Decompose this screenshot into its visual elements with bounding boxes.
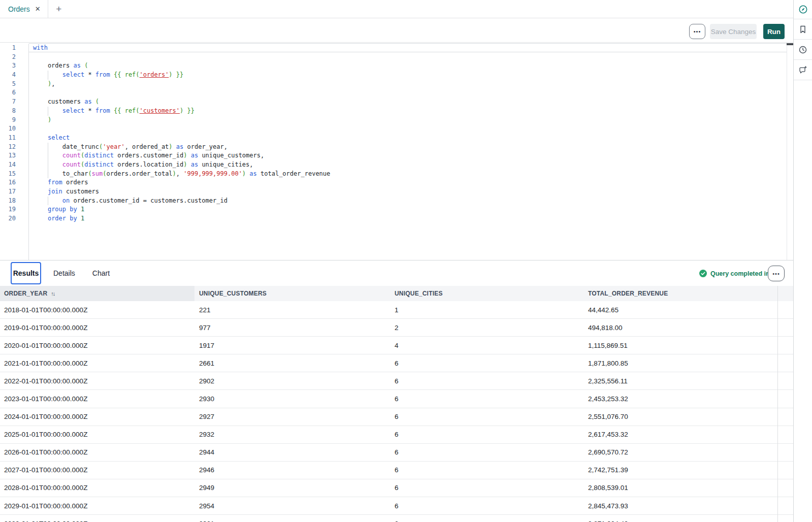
table-cell: 6 bbox=[390, 497, 583, 514]
new-tab-button[interactable]: + bbox=[48, 0, 70, 18]
tab-chart[interactable]: Chart bbox=[92, 269, 110, 277]
line-number: 4 bbox=[0, 71, 16, 80]
history-clock-icon bbox=[798, 45, 807, 54]
code-line[interactable]: count(distinct orders.location_id) as un… bbox=[29, 160, 786, 170]
table-cell: 2946 bbox=[194, 462, 390, 479]
table-cell: 2,742,751.39 bbox=[583, 462, 793, 479]
table-cell: 2021-01-01T00:00:00.000Z bbox=[0, 354, 194, 372]
code-line[interactable]: to_char(sum(orders.order_total), '999,99… bbox=[29, 170, 786, 179]
table-right-divider bbox=[777, 286, 778, 522]
ref-link[interactable]: 'customers' bbox=[140, 107, 180, 114]
code-line[interactable]: ) bbox=[29, 116, 786, 125]
table-cell: 6 bbox=[390, 372, 583, 389]
table-cell: 977 bbox=[194, 319, 390, 336]
compass-button[interactable] bbox=[794, 0, 812, 19]
line-number: 15 bbox=[0, 170, 16, 179]
code-line[interactable]: select * from {{ ref('customers') }} bbox=[29, 107, 786, 116]
line-number: 8 bbox=[0, 107, 16, 116]
save-changes-button[interactable]: Save Changes bbox=[710, 24, 757, 39]
code-line[interactable]: ), bbox=[29, 80, 786, 89]
table-cell: 2018-01-01T00:00:00.000Z bbox=[0, 301, 194, 318]
code-area[interactable]: with orders as ( select * from {{ ref('o… bbox=[29, 44, 786, 223]
table-row: 2029-01-01T00:00:00.000Z295462,845,473.9… bbox=[0, 497, 793, 515]
scrollbar-thumb[interactable] bbox=[787, 43, 793, 45]
bookmark-icon bbox=[798, 25, 807, 34]
line-number: 14 bbox=[0, 160, 16, 170]
ellipsis-icon: ••• bbox=[694, 28, 701, 35]
table-row: 2027-01-01T00:00:00.000Z294662,742,751.3… bbox=[0, 462, 793, 479]
table-row: 2022-01-01T00:00:00.000Z290262,325,556.1… bbox=[0, 372, 793, 390]
tab-label: Orders bbox=[8, 5, 30, 13]
table-cell: 2024-01-01T00:00:00.000Z bbox=[0, 408, 194, 426]
line-number: 10 bbox=[0, 124, 16, 134]
column-header-total-order-revenue[interactable]: TOTAL_ORDER_REVENUE bbox=[583, 286, 793, 301]
table-cell: 2661 bbox=[194, 354, 390, 372]
table-cell: 2932 bbox=[194, 426, 390, 443]
code-line[interactable]: from orders bbox=[29, 178, 786, 187]
close-icon[interactable]: ✕ bbox=[35, 6, 41, 12]
code-line[interactable]: on orders.customer_id = customers.custom… bbox=[29, 197, 786, 206]
table-row: 2020-01-01T00:00:00.000Z191741,115,869.5… bbox=[0, 337, 793, 354]
tab-orders[interactable]: Orders ✕ bbox=[0, 0, 48, 18]
table-cell: 2019-01-01T00:00:00.000Z bbox=[0, 319, 194, 336]
code-line[interactable] bbox=[29, 88, 786, 97]
code-line[interactable]: select bbox=[29, 134, 786, 143]
table-cell: 2,871,904.40 bbox=[583, 515, 793, 522]
ellipsis-icon: ••• bbox=[772, 271, 780, 277]
code-line[interactable]: join customers bbox=[29, 187, 786, 197]
table-cell: 2,551,076.70 bbox=[583, 408, 793, 426]
column-header-order-year[interactable]: ORDER_YEAR ↑↓ bbox=[0, 286, 194, 301]
table-cell: 2029-01-01T00:00:00.000Z bbox=[0, 497, 194, 514]
table-cell: 494,818.00 bbox=[583, 319, 793, 336]
line-number: 19 bbox=[0, 205, 16, 214]
table-row: 2021-01-01T00:00:00.000Z266161,871,800.8… bbox=[0, 354, 793, 372]
ask-ai-button[interactable] bbox=[794, 60, 812, 80]
code-line[interactable]: orders as ( bbox=[29, 61, 786, 71]
table-row: 2030-01-01T00:00:00.000Z296162,871,904.4… bbox=[0, 515, 793, 522]
line-number: 7 bbox=[0, 97, 16, 107]
table-cell: 2,808,539.01 bbox=[583, 479, 793, 497]
tab-details[interactable]: Details bbox=[53, 269, 75, 277]
line-number: 20 bbox=[0, 214, 16, 223]
sql-editor[interactable]: 1234567891011121314151617181920 with ord… bbox=[0, 43, 793, 260]
tab-results[interactable]: Results bbox=[11, 262, 41, 284]
column-header-unique-cities[interactable]: UNIQUE_CITIES bbox=[390, 286, 583, 301]
code-line[interactable]: with bbox=[29, 44, 786, 53]
table-cell: 6 bbox=[390, 444, 583, 461]
table-cell: 6 bbox=[390, 462, 583, 479]
code-line[interactable]: order by 1 bbox=[29, 214, 786, 223]
table-cell: 1,871,800.85 bbox=[583, 354, 793, 372]
results-table: ORDER_YEAR ↑↓ UNIQUE_CUSTOMERS UNIQUE_CI… bbox=[0, 286, 793, 522]
column-header-unique-customers[interactable]: UNIQUE_CUSTOMERS bbox=[194, 286, 390, 301]
table-cell: 1917 bbox=[194, 337, 390, 354]
run-button[interactable]: Run bbox=[763, 24, 785, 39]
history-button[interactable] bbox=[794, 40, 812, 60]
table-cell: 2022-01-01T00:00:00.000Z bbox=[0, 372, 194, 389]
editor-scrollbar[interactable] bbox=[787, 43, 793, 260]
code-line[interactable]: date_trunc('year', ordered_at) as order_… bbox=[29, 143, 786, 152]
table-cell: 44,442.65 bbox=[583, 301, 793, 318]
code-line[interactable]: group by 1 bbox=[29, 205, 786, 214]
code-line[interactable]: customers as ( bbox=[29, 97, 786, 107]
more-options-button[interactable]: ••• bbox=[689, 24, 705, 39]
table-cell: 6 bbox=[390, 408, 583, 426]
code-line[interactable]: select * from {{ ref('orders') }} bbox=[29, 71, 786, 80]
ref-link[interactable]: 'orders' bbox=[140, 71, 169, 78]
code-line[interactable] bbox=[29, 53, 786, 62]
line-number: 12 bbox=[0, 143, 16, 152]
query-status: Query completed in 5s bbox=[699, 260, 778, 286]
table-cell: 2954 bbox=[194, 497, 390, 514]
sort-icon[interactable]: ↑↓ bbox=[51, 290, 54, 297]
table-cell: 2,690,570.72 bbox=[583, 444, 793, 461]
table-cell: 6 bbox=[390, 426, 583, 443]
code-line[interactable] bbox=[29, 124, 786, 134]
results-more-button[interactable]: ••• bbox=[768, 266, 785, 281]
table-cell: 2 bbox=[390, 319, 583, 336]
file-tab-bar: Orders ✕ + bbox=[0, 0, 793, 18]
code-line[interactable]: count(distinct orders.customer_id) as un… bbox=[29, 151, 786, 160]
plus-icon: + bbox=[56, 4, 61, 15]
bookmark-button[interactable] bbox=[794, 19, 812, 40]
app-window: Orders ✕ + ••• Save Changes Run 12345678… bbox=[0, 0, 812, 522]
table-cell: 2902 bbox=[194, 372, 390, 389]
table-row: 2023-01-01T00:00:00.000Z293062,453,253.3… bbox=[0, 390, 793, 408]
